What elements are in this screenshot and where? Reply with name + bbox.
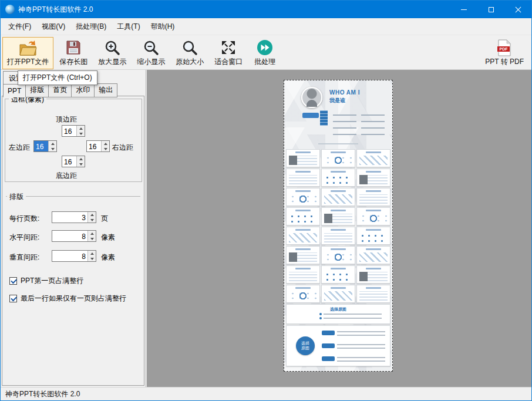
top-margin-value[interactable]: 16 <box>62 126 76 136</box>
zoom-original-icon <box>181 39 198 56</box>
spin-up-button[interactable] <box>88 251 96 256</box>
menu-view[interactable]: 视图(V) <box>36 19 70 35</box>
spinner-buttons <box>76 126 85 136</box>
zoom-in-icon <box>104 39 120 56</box>
zoom-out-icon <box>143 39 159 56</box>
preview-slide-thumb <box>286 227 320 245</box>
v-spacing-spinner[interactable]: 8 <box>52 250 96 262</box>
ppt-to-pdf-label: PPT 转 PDF <box>485 57 524 67</box>
text-bar <box>337 356 385 362</box>
toolbar-right: PDF PPT 转 PDF <box>480 36 529 70</box>
zoom-out-label: 缩小显示 <box>137 57 165 67</box>
spin-up-button[interactable] <box>88 212 96 217</box>
spinner-buttons <box>87 251 96 261</box>
checkbox-icon[interactable] <box>9 277 17 285</box>
v-spacing-label: 垂直间距: <box>9 252 39 262</box>
spin-down-button[interactable] <box>102 146 109 151</box>
pages-per-row-spinner[interactable]: 3 <box>52 211 96 223</box>
v-spacing-value[interactable]: 8 <box>52 251 87 261</box>
close-button[interactable] <box>504 1 531 18</box>
top-margin-spinner[interactable]: 16 <box>62 125 85 137</box>
spin-up-button[interactable] <box>77 156 85 161</box>
spin-down-button[interactable] <box>88 236 96 241</box>
right-margin-value[interactable]: 16 <box>87 141 101 151</box>
original-size-button[interactable]: 原始大小 <box>171 37 208 69</box>
menu-help[interactable]: 帮助(H) <box>146 19 180 35</box>
spin-down-button[interactable] <box>88 256 96 261</box>
open-ppt-button[interactable]: 打开PPT文件 <box>2 37 53 69</box>
text-bar <box>324 314 382 315</box>
tab-ppt[interactable]: PPT <box>3 84 26 97</box>
minimize-icon <box>461 9 467 10</box>
preview-slide-thumb <box>321 246 355 264</box>
preview-slide-thumb <box>286 207 320 225</box>
h-spacing-spinner[interactable]: 8 <box>52 230 96 242</box>
spin-down-button[interactable] <box>77 131 85 136</box>
open-ppt-tooltip: 打开PPT文件 (Ctrl+O) <box>18 70 97 85</box>
pages-per-row-row: 每行页数: 3 页 <box>2 211 144 224</box>
zoom-out-button[interactable]: 缩小显示 <box>132 37 170 69</box>
preview-area[interactable]: WHO AM I 我是谁 选择原图 <box>147 70 531 387</box>
pages-per-row-value[interactable]: 3 <box>52 212 87 223</box>
tab-homepage[interactable]: 首页 <box>49 83 72 97</box>
layout-separator <box>6 196 140 197</box>
bottom-margin-value[interactable]: 16 <box>62 156 76 167</box>
bottom-margin-spinner[interactable]: 16 <box>62 156 85 167</box>
ppt-to-pdf-button[interactable]: PDF PPT 转 PDF <box>480 37 528 69</box>
right-margin-label: 右边距 <box>112 143 133 153</box>
h-spacing-value[interactable]: 8 <box>52 231 87 241</box>
spin-down-button[interactable] <box>49 146 56 151</box>
pdf-icon: PDF <box>497 39 512 56</box>
spin-up-button[interactable] <box>77 126 85 131</box>
spin-up-button[interactable] <box>102 141 109 146</box>
pages-per-row-label: 每行页数: <box>9 214 39 224</box>
preview-slide-thumb <box>286 285 320 303</box>
layout-group-title: 排版 <box>7 192 26 202</box>
label-pill <box>322 331 335 335</box>
spin-up-button[interactable] <box>49 141 56 146</box>
spin-down-button[interactable] <box>88 217 96 223</box>
preview-slide-thumb <box>321 149 355 167</box>
tab-layout[interactable]: 排版 <box>26 83 49 97</box>
tab-output[interactable]: 输出 <box>95 83 117 97</box>
left-margin-spinner[interactable]: 16 <box>33 140 57 152</box>
spin-down-button[interactable] <box>77 161 85 167</box>
preview-slide-thumb <box>321 207 355 225</box>
top-margin-label: 顶边距 <box>56 114 77 124</box>
text-bar <box>337 330 385 336</box>
save-long-image-label: 保存长图 <box>59 57 87 67</box>
menu-tools[interactable]: 工具(T) <box>112 19 145 35</box>
fit-window-button[interactable]: 适合窗口 <box>210 37 247 69</box>
preview-final-slide: 选择原图 <box>286 325 390 366</box>
v-spacing-row: 垂直间距: 8 像素 <box>2 250 144 263</box>
batch-process-label: 批处理 <box>254 57 275 67</box>
app-window: 神奇PPT转长图软件 2.0 文件(F) 视图(V) 批处理(B) 工具(T) … <box>0 0 532 401</box>
batch-process-button[interactable]: 批处理 <box>248 37 281 69</box>
maximize-button[interactable] <box>477 1 504 18</box>
menu-file[interactable]: 文件(F) <box>3 19 36 35</box>
zoom-in-label: 放大显示 <box>98 57 126 67</box>
svg-text:PDF: PDF <box>500 47 509 51</box>
zoom-in-button[interactable]: 放大显示 <box>93 37 131 69</box>
menu-bar: 文件(F) 视图(V) 批处理(B) 工具(T) 帮助(H) <box>1 18 531 35</box>
tab-watermark[interactable]: 水印 <box>72 83 95 97</box>
preview-slide-thumb <box>286 265 320 284</box>
spin-up-button[interactable] <box>88 231 96 236</box>
left-margin-value[interactable]: 16 <box>34 141 48 151</box>
menu-batch[interactable]: 批处理(B) <box>70 19 112 35</box>
first-page-full-row-checkbox[interactable]: PPT第一页占满整行 <box>9 276 83 286</box>
status-text: 神奇PPT转长图软件 2.0 <box>5 389 80 399</box>
right-margin-spinner[interactable]: 16 <box>86 140 110 152</box>
border-group: 边框(像素) 顶边距 16 左边距 16 16 右边 <box>5 99 142 182</box>
first-slide-footer-line <box>318 143 358 144</box>
label-pill <box>322 356 335 361</box>
last-row-full-checkbox[interactable]: 最后一行如果仅有一页则占满整行 <box>9 294 126 304</box>
preview-slide-thumb <box>286 246 320 264</box>
preview-slide-thumb <box>356 207 390 225</box>
checkbox-icon[interactable] <box>9 295 17 302</box>
preview-slide-thumb <box>356 265 390 284</box>
minimize-button[interactable] <box>450 1 477 18</box>
bullet-dot-icon <box>319 317 322 319</box>
preview-slide-thumb <box>321 227 355 245</box>
save-long-image-button[interactable]: 保存长图 <box>55 37 92 69</box>
